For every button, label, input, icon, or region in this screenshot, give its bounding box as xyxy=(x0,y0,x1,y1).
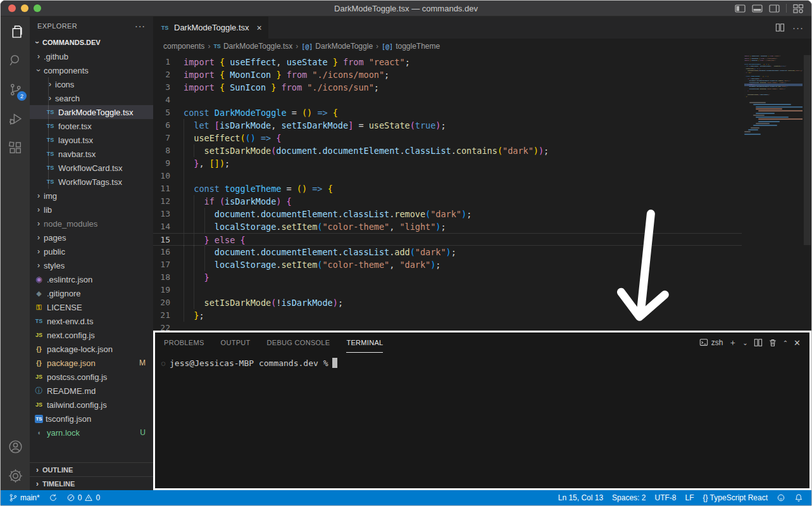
tree-item-package-json[interactable]: {}package.jsonM xyxy=(30,356,153,370)
editor-scrollbar[interactable] xyxy=(804,55,811,245)
chevron-right-icon: › xyxy=(34,191,44,200)
tree-item-node-modules[interactable]: ›node_modules xyxy=(30,217,153,231)
toggle-secondary-sidebar-icon[interactable] xyxy=(769,4,780,13)
code-line-21: 21}; xyxy=(153,309,742,322)
terminal-cursor xyxy=(332,358,337,368)
settings-gear-icon[interactable] xyxy=(1,461,30,490)
breadcrumb-item-darkmodetoggle[interactable]: [@]DarkModeToggle xyxy=(301,42,373,51)
tab-darkmodetoggle[interactable]: TS DarkModeToggle.tsx × xyxy=(153,16,268,39)
run-debug-icon[interactable] xyxy=(1,104,30,133)
statusbar-feedback-icon[interactable] xyxy=(772,490,790,505)
chevron-right-icon: › xyxy=(45,80,55,89)
close-panel-icon[interactable]: ✕ xyxy=(794,338,801,348)
account-icon[interactable] xyxy=(1,432,30,461)
statusbar-indentation[interactable]: Spaces: 2 xyxy=(608,490,650,505)
code-line-17: 17localStorage.setItem("color-theme", "d… xyxy=(153,258,742,271)
tree-item-img[interactable]: ›img xyxy=(30,189,153,203)
explorer-sidebar: EXPLORER ··· › COMMANDS.DEV ›.github›com… xyxy=(30,16,153,490)
breadcrumb-separator: › xyxy=(208,42,210,51)
workspace-root-label: COMMANDS.DEV xyxy=(42,39,101,46)
breadcrumb-item-components[interactable]: components xyxy=(163,42,204,51)
eslint-file-icon: ◉ xyxy=(34,275,44,284)
tree-item--eslintrc-json[interactable]: ◉.eslintrc.json xyxy=(30,272,153,286)
toggle-sidebar-icon[interactable] xyxy=(735,4,746,13)
source-control-icon[interactable]: 2 xyxy=(1,75,30,104)
tree-item-lib[interactable]: ›lib xyxy=(30,203,153,217)
chevron-right-icon: › xyxy=(34,219,44,228)
customize-layout-icon[interactable] xyxy=(793,4,804,13)
line-number: 13 xyxy=(153,208,184,220)
tree-item-label: .gitignore xyxy=(47,289,80,298)
json-file-icon: {} xyxy=(34,359,44,367)
timeline-section-header[interactable]: › TIMELINE xyxy=(30,476,153,490)
statusbar-language-mode[interactable]: {} TypeScript React xyxy=(698,490,772,505)
tsconfig-file-icon: TS xyxy=(35,415,43,423)
tab-close-icon[interactable]: × xyxy=(257,23,262,33)
statusbar-bell-icon[interactable] xyxy=(790,490,808,505)
panel-tab-debug-console[interactable]: DEBUG CONSOLE xyxy=(267,332,330,353)
tree-item-public[interactable]: ›public xyxy=(30,244,153,258)
tree-item-license[interactable]: ⚿LICENSE xyxy=(30,300,153,314)
tree-item-styles[interactable]: ›styles xyxy=(30,258,153,272)
search-icon[interactable] xyxy=(1,46,30,75)
tree-item-label: .github xyxy=(44,52,68,61)
tree-item-label: layout.tsx xyxy=(58,136,93,145)
workspace-root-item[interactable]: › COMMANDS.DEV xyxy=(30,35,153,49)
tree-item--gitignore[interactable]: ◆.gitignore xyxy=(30,286,153,300)
code-lines: 1import { useEffect, useState } from "re… xyxy=(153,56,742,331)
tree-item-tailwind-config-js[interactable]: JStailwind.config.js xyxy=(30,398,153,412)
tree-item-next-config-js[interactable]: JSnext.config.js xyxy=(30,328,153,342)
terminal-body[interactable]: ○ jess@Jessicas-MBP commands.dev % xyxy=(155,353,809,488)
panel-tab-terminal[interactable]: TERMINAL xyxy=(346,332,383,353)
tree-item-postcss-config-js[interactable]: JSpostcss.config.js xyxy=(30,370,153,384)
split-terminal-icon[interactable] xyxy=(754,338,763,347)
tree-item-pages[interactable]: ›pages xyxy=(30,231,153,244)
tree-item-tsconfig-json[interactable]: TStsconfig.json xyxy=(30,412,153,426)
statusbar-sync-icon[interactable] xyxy=(44,490,62,505)
statusbar-cursor-position[interactable]: Ln 15, Col 13 xyxy=(554,490,608,505)
new-terminal-icon[interactable]: ＋ xyxy=(728,337,737,348)
outline-section-header[interactable]: › OUTLINE xyxy=(30,462,153,476)
statusbar-eol[interactable]: LF xyxy=(680,490,698,505)
chevron-right-icon: › xyxy=(34,52,44,61)
panel-tab-problems[interactable]: PROBLEMS xyxy=(164,332,204,353)
statusbar-encoding[interactable]: UTF-8 xyxy=(650,490,680,505)
maximize-panel-chevron-icon[interactable]: ⌃ xyxy=(783,339,788,346)
split-editor-icon[interactable] xyxy=(775,23,785,32)
tree-item-label: README.md xyxy=(47,386,96,396)
code-line-14: 14localStorage.setItem("color-theme", "l… xyxy=(153,220,742,233)
tree-item-package-lock-json[interactable]: {}package-lock.json xyxy=(30,342,153,356)
code-editor[interactable]: 1import { useEffect, useState } from "re… xyxy=(153,54,811,331)
breadcrumb-item-darkmodetoggle-tsx[interactable]: TSDarkModeToggle.tsx xyxy=(213,42,292,51)
shell-selector[interactable]: zsh xyxy=(699,338,723,347)
code-line-13: 13document.documentElement.classList.rem… xyxy=(153,208,742,220)
tree-item--github[interactable]: ›.github xyxy=(30,49,153,63)
tree-item-components[interactable]: ›components xyxy=(30,63,153,77)
tree-item-yarn-lock[interactable]: ◖yarn.lockU xyxy=(30,426,153,440)
extensions-icon[interactable] xyxy=(1,133,30,162)
breadcrumb-item-toggletheme[interactable]: [@]toggleTheme xyxy=(382,42,440,51)
tree-item-label: tsconfig.json xyxy=(46,414,91,424)
statusbar-git-branch[interactable]: main* xyxy=(4,490,44,505)
minimize-window-button[interactable] xyxy=(21,4,28,12)
minimap[interactable]: import { useEffect, useState } from "rea… xyxy=(744,55,803,326)
line-number: 14 xyxy=(153,220,184,233)
close-window-button[interactable] xyxy=(8,4,16,12)
tree-item-label: tailwind.config.js xyxy=(47,400,107,410)
terminal-dropdown-chevron-icon[interactable]: ⌄ xyxy=(742,339,747,346)
maximize-window-button[interactable] xyxy=(34,4,41,12)
explorer-icon[interactable] xyxy=(1,16,30,46)
panel-header: PROBLEMSOUTPUTDEBUG CONSOLETERMINAL zsh … xyxy=(155,332,809,353)
panel-tab-output[interactable]: OUTPUT xyxy=(221,332,251,353)
editor-more-actions-icon[interactable]: ··· xyxy=(792,22,804,33)
tree-item-next-env-d-ts[interactable]: TSnext-env.d.ts xyxy=(30,314,153,328)
toggle-panel-icon[interactable] xyxy=(752,4,763,13)
code-line-9: 9}, []); xyxy=(153,157,742,170)
tree-item-readme-md[interactable]: ⓘREADME.md xyxy=(30,384,153,398)
license-key-icon: ⚿ xyxy=(34,303,44,312)
tree-item-label: components xyxy=(44,66,89,75)
explorer-actions-icon[interactable]: ··· xyxy=(135,21,146,31)
kill-terminal-trash-icon[interactable] xyxy=(768,338,777,347)
statusbar-problems[interactable]: 00 xyxy=(62,490,104,505)
status-bar: main*00 Ln 15, Col 13Spaces: 2UTF-8LF{} … xyxy=(1,490,811,505)
